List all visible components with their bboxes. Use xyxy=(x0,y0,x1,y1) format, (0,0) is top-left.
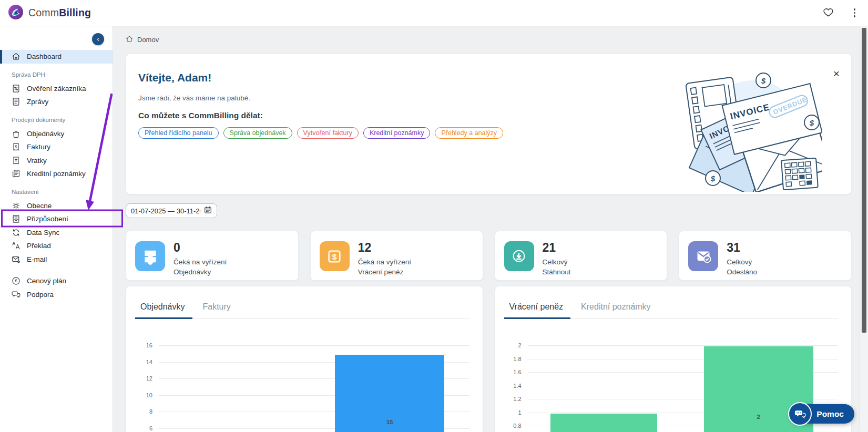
sidebar-item-label: Obecne xyxy=(27,202,52,210)
chat-icon xyxy=(12,290,21,299)
breadcrumb: Domov xyxy=(126,35,852,44)
stat-value: 31 xyxy=(727,242,757,254)
date-range-picker[interactable]: 01-07-2025 — 30-11-2025 xyxy=(126,203,217,218)
sidebar-item-obecne[interactable]: Obecne xyxy=(0,199,113,213)
sidebar-item-label: Ověření zákazníka xyxy=(27,85,86,92)
y-axis-tick-label: 1 xyxy=(495,409,522,416)
svg-text:$: $ xyxy=(710,174,716,183)
sidebar-item-label: Cenový plán xyxy=(27,277,66,285)
inbox-icon xyxy=(135,241,165,271)
chart-plot: 161412108615 xyxy=(126,345,469,432)
y-axis-tick-label: 16 xyxy=(126,342,152,348)
tab-faktury[interactable]: Faktury xyxy=(202,302,232,318)
stat-text: 21CelkovýStáhnout xyxy=(543,241,571,280)
bar-vraceni-penez-0[interactable] xyxy=(550,414,657,432)
stat-text: 12Čeká na vyřízeníVrácení peněz xyxy=(358,241,411,280)
chart-tabs: Vrácení penězKreditní poznámky xyxy=(508,302,839,319)
sidebar-item-cenovy-plan[interactable]: €Cenový plán xyxy=(0,274,113,288)
sidebar-item-label: Podpora xyxy=(27,291,54,299)
more-menu-button[interactable] xyxy=(850,6,860,19)
sidebar-item-kreditni-poznamky[interactable]: Kreditní poznámky xyxy=(0,167,113,181)
stat-card-odeslano[interactable]: 31CelkovýOdesláno xyxy=(679,231,852,281)
app-window: CommBilling ‹ DashboardSpráva DPHOvěření… xyxy=(0,0,868,432)
download-icon xyxy=(504,241,534,271)
help-button-label: Pomoc xyxy=(816,409,844,419)
calendar-icon[interactable] xyxy=(204,206,212,215)
feature-pill-sprava-objednavek: Správa objednávek xyxy=(223,127,292,139)
tab-objednavky[interactable]: Objednávky xyxy=(139,302,186,318)
close-welcome-button[interactable]: × xyxy=(833,68,840,79)
sidebar-item-data-sync[interactable]: Data Sync xyxy=(0,226,113,240)
stat-card-objednavky[interactable]: 0Čeká na vyřízeníObjednávky xyxy=(126,231,299,281)
bag-icon xyxy=(12,129,21,138)
sidebar-item-label: Objednávky xyxy=(27,130,64,138)
euro-circle-icon: € xyxy=(12,276,21,285)
y-axis-tick-label: 1.2 xyxy=(495,396,522,402)
main-content: Domov Vítejte, Adam! Jsme rádi, že vás m… xyxy=(113,26,860,432)
brand-logo-icon xyxy=(8,4,24,22)
feature-pills: Přehled řídicího paneluSpráva objednávek… xyxy=(138,127,851,139)
feature-pill-vytvoreni-faktury: Vytvoření faktury xyxy=(297,127,359,139)
stat-label-line2: Objednávky xyxy=(173,268,227,277)
stat-card-stahnout[interactable]: 21CelkovýStáhnout xyxy=(495,231,668,281)
stats-row: 0Čeká na vyřízeníObjednávky$12Čeká na vy… xyxy=(126,231,852,281)
favorite-button[interactable] xyxy=(821,5,836,22)
brand-logo[interactable]: CommBilling xyxy=(8,0,91,26)
feature-pill-kreditni-poznamky: Kreditní poznámky xyxy=(363,127,431,139)
doc-percent-icon xyxy=(12,84,21,93)
welcome-title: Vítejte, Adam! xyxy=(138,71,851,84)
orders-invoices-chart-card: ObjednávkyFaktury161412108615 xyxy=(126,286,483,432)
tab-kreditni-poznamky[interactable]: Kreditní poznámky xyxy=(580,302,652,318)
stat-value: 12 xyxy=(358,242,411,254)
gridline xyxy=(159,345,469,346)
date-range-value: 01-07-2025 — 30-11-2025 xyxy=(131,207,200,215)
sidebar-item-vratky[interactable]: Vratky xyxy=(0,154,113,168)
home-icon[interactable] xyxy=(126,35,133,44)
dollar-icon: $ xyxy=(320,241,350,271)
sidebar-group-gap xyxy=(0,266,113,274)
home-icon xyxy=(12,52,21,61)
sidebar-item-label: Vratky xyxy=(27,157,47,164)
tab-vraceni-penez[interactable]: Vrácení peněz xyxy=(508,302,565,318)
stat-card-vraceni-penez[interactable]: $12Čeká na vyřízeníVrácení peněz xyxy=(310,231,483,281)
svg-text:$: $ xyxy=(332,252,337,261)
y-axis-tick-label: 6 xyxy=(126,425,152,431)
svg-text:€: € xyxy=(15,279,17,284)
welcome-prompt: Co můžete s CommBilling dělat: xyxy=(138,111,851,120)
y-axis-tick-label: 0.8 xyxy=(495,423,522,429)
collapse-sidebar-button[interactable]: ‹ xyxy=(92,33,104,45)
sidebar: ‹ DashboardSpráva DPHOvěření zákazníkaZp… xyxy=(0,26,113,432)
sidebar-item-preklad[interactable]: Překlad xyxy=(0,239,113,253)
sidebar-item-objednavky[interactable]: Objednávky xyxy=(0,127,113,141)
stat-label-line1: Čeká na vyřízení xyxy=(358,258,411,268)
sidebar-item-podpora[interactable]: Podpora xyxy=(0,288,113,302)
y-axis-tick-label: 1.6 xyxy=(495,369,522,375)
sidebar-item-dashboard[interactable]: Dashboard xyxy=(0,50,113,64)
sidebar-item-e-mail[interactable]: E-mail xyxy=(0,253,113,266)
sidebar-item-zpravy[interactable]: Zprávy xyxy=(0,95,113,109)
mail-check-icon xyxy=(688,241,718,271)
y-axis-tick-label: 8 xyxy=(126,408,152,415)
receipt-return-icon xyxy=(12,156,21,165)
chart-tabs: ObjednávkyFaktury xyxy=(139,302,469,319)
sidebar-item-label: Překlad xyxy=(27,242,51,250)
y-axis-tick-label: 10 xyxy=(126,392,152,398)
sidebar-item-label: Zprávy xyxy=(27,98,48,106)
svg-text:€: € xyxy=(15,144,17,149)
date-range-row: 01-07-2025 — 30-11-2025 xyxy=(126,203,852,218)
stat-value: 0 xyxy=(173,242,227,254)
help-button[interactable]: Pomoc xyxy=(790,404,854,424)
credit-note-icon xyxy=(12,169,21,178)
gridline xyxy=(528,345,839,346)
sidebar-item-faktury[interactable]: €Faktury xyxy=(0,140,113,154)
chat-bubble-icon xyxy=(788,402,812,426)
breadcrumb-label: Domov xyxy=(137,36,159,44)
sidebar-item-prizpusobeni[interactable]: Přizpůsobení xyxy=(0,212,113,226)
stat-label-line1: Celkový xyxy=(727,258,757,268)
sidebar-section-label-sprava-dph: Správa DPH xyxy=(0,71,113,78)
sidebar-item-overeni-zakaznika[interactable]: Ověření zákazníka xyxy=(0,82,113,96)
scrollbar-thumb[interactable] xyxy=(862,28,866,333)
bar-value-label: 15 xyxy=(335,419,444,425)
feature-pill-prehledy-a-analyzy: Přehledy a analýzy xyxy=(435,127,503,139)
stat-label-line1: Celkový xyxy=(543,258,571,268)
